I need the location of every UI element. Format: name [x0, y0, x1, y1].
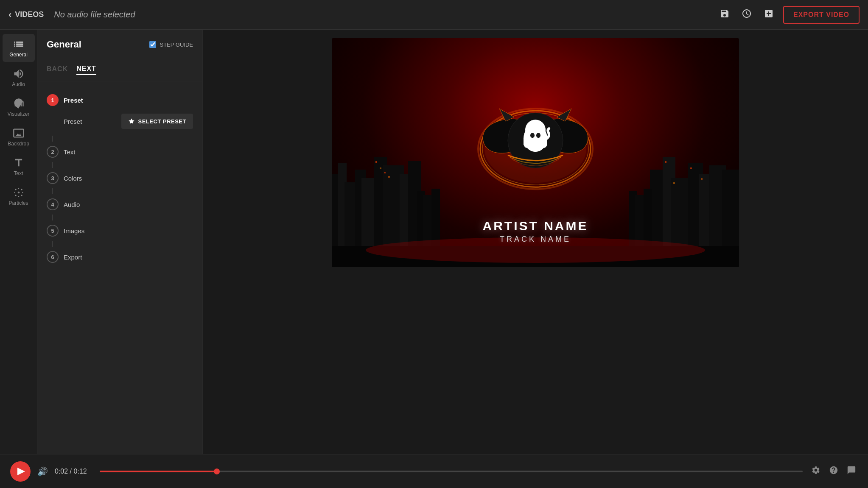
- svg-rect-4: [22, 101, 23, 106]
- video-preview: ARTIST NAME TRACK NAME: [332, 38, 739, 267]
- track-name: TRACK NAME: [483, 235, 588, 244]
- chat-icon: [847, 466, 856, 475]
- svg-rect-23: [375, 161, 377, 163]
- svg-point-9: [21, 195, 22, 196]
- svg-rect-24: [380, 167, 381, 169]
- artist-name: ARTIST NAME: [483, 219, 588, 233]
- video-background: ARTIST NAME TRACK NAME: [332, 38, 739, 267]
- progress-fill: [100, 471, 217, 472]
- svg-rect-25: [384, 172, 386, 173]
- step-number-2: 2: [47, 146, 59, 158]
- time-display: 0:02 / 0:12: [55, 468, 93, 475]
- sidebar-item-backdrop[interactable]: Backdrop: [3, 123, 35, 151]
- svg-point-52: [525, 120, 546, 140]
- visualizer-icon: [13, 98, 25, 109]
- svg-rect-1: [17, 101, 17, 106]
- svg-point-53: [530, 133, 535, 138]
- step-number-5: 5: [47, 225, 59, 237]
- svg-point-11: [18, 196, 19, 197]
- bottom-bar: 🔊 0:02 / 0:12: [0, 454, 868, 488]
- chevron-left-icon: ‹: [8, 9, 11, 20]
- audio-icon: [13, 68, 25, 80]
- play-icon: [17, 468, 25, 475]
- sidebar-item-visualizer[interactable]: Visualizer: [3, 93, 35, 121]
- step-row-1[interactable]: 1 Preset: [47, 90, 193, 110]
- step-guide-toggle[interactable]: STEP GUIDE: [149, 41, 193, 48]
- preset-icon: [128, 118, 135, 125]
- svg-point-8: [15, 195, 17, 196]
- particles-icon: [13, 187, 25, 198]
- step-panel-header: General STEP GUIDE: [37, 30, 202, 57]
- svg-point-54: [536, 133, 540, 138]
- step-label-5: Images: [64, 227, 84, 234]
- sidebar-item-particles[interactable]: Particles: [3, 182, 35, 210]
- ghost-logo: [476, 89, 595, 191]
- step-label-3: Colors: [64, 175, 82, 182]
- add-button[interactable]: [761, 6, 776, 24]
- step-row-6[interactable]: 6 Export: [47, 247, 193, 267]
- step-panel: General STEP GUIDE BACK NEXT 1 Preset Pr…: [37, 30, 203, 454]
- step-number-6: 6: [47, 251, 59, 263]
- sidebar-backdrop-label: Backdrop: [8, 141, 29, 147]
- svg-rect-36: [690, 167, 692, 169]
- sidebar-item-general[interactable]: General: [3, 34, 35, 62]
- sidebar-general-label: General: [9, 52, 28, 58]
- svg-rect-3: [20, 100, 21, 106]
- text-icon: [13, 157, 25, 169]
- save-button[interactable]: [717, 6, 732, 24]
- main-area: General Audio Visualizer: [0, 30, 868, 454]
- general-icon: [13, 38, 25, 50]
- next-step-button[interactable]: NEXT: [76, 63, 96, 75]
- progress-track[interactable]: [100, 471, 803, 472]
- svg-rect-37: [701, 178, 703, 180]
- back-navigation[interactable]: ‹ VIDEOS: [8, 9, 44, 20]
- icon-sidebar: General Audio Visualizer: [0, 30, 37, 454]
- sidebar-audio-label: Audio: [12, 81, 25, 87]
- backdrop-icon: [13, 127, 25, 139]
- sidebar-item-audio[interactable]: Audio: [3, 64, 35, 92]
- svg-point-13: [22, 192, 23, 193]
- step-label-6: Export: [64, 254, 82, 261]
- nav-buttons: BACK NEXT: [37, 57, 202, 81]
- svg-point-10: [18, 188, 19, 189]
- svg-point-6: [15, 189, 17, 190]
- step-guide-label: STEP GUIDE: [160, 42, 193, 48]
- export-video-button[interactable]: EXPORT VIDEO: [783, 6, 860, 24]
- step-number-4: 4: [47, 198, 59, 210]
- sidebar-visualizer-label: Visualizer: [8, 111, 30, 117]
- volume-icon[interactable]: 🔊: [37, 466, 48, 477]
- preview-area: ARTIST NAME TRACK NAME: [203, 30, 868, 454]
- step-connector-5-6: [52, 241, 53, 247]
- step-row-4[interactable]: 4 Audio: [47, 194, 193, 215]
- top-bar-actions: EXPORT VIDEO: [717, 6, 860, 24]
- step-connector-1-2: [52, 136, 53, 142]
- step-label-1: Preset: [64, 97, 83, 104]
- back-label: VIDEOS: [15, 10, 44, 19]
- sidebar-item-text[interactable]: Text: [3, 153, 35, 181]
- settings-button[interactable]: [809, 464, 822, 479]
- step-number-1: 1: [47, 94, 59, 106]
- svg-rect-26: [388, 176, 390, 178]
- history-button[interactable]: [739, 6, 754, 24]
- step-row-3[interactable]: 3 Colors: [47, 168, 193, 188]
- svg-rect-35: [673, 182, 675, 184]
- svg-rect-0: [14, 103, 15, 106]
- settings-icon: [811, 466, 820, 475]
- step-guide-checkbox[interactable]: [149, 41, 156, 48]
- top-bar: ‹ VIDEOS No audio file selected EXPORT V…: [0, 0, 868, 30]
- step-label-2: Text: [64, 148, 76, 156]
- svg-point-5: [17, 192, 20, 194]
- chat-button[interactable]: [845, 464, 858, 479]
- sidebar-particles-label: Particles: [8, 200, 28, 206]
- help-icon: [829, 466, 838, 475]
- sidebar-text-label: Text: [14, 170, 23, 176]
- preset-sub-section: Preset SELECT PRESET: [47, 110, 193, 132]
- svg-rect-2: [19, 102, 20, 107]
- select-preset-button[interactable]: SELECT PRESET: [121, 114, 193, 129]
- play-button[interactable]: [10, 461, 31, 482]
- back-step-button[interactable]: BACK: [47, 63, 68, 75]
- step-row-2[interactable]: 2 Text: [47, 142, 193, 162]
- step-row-5[interactable]: 5 Images: [47, 220, 193, 241]
- help-button[interactable]: [827, 464, 840, 479]
- audio-status: No audio file selected: [54, 10, 135, 20]
